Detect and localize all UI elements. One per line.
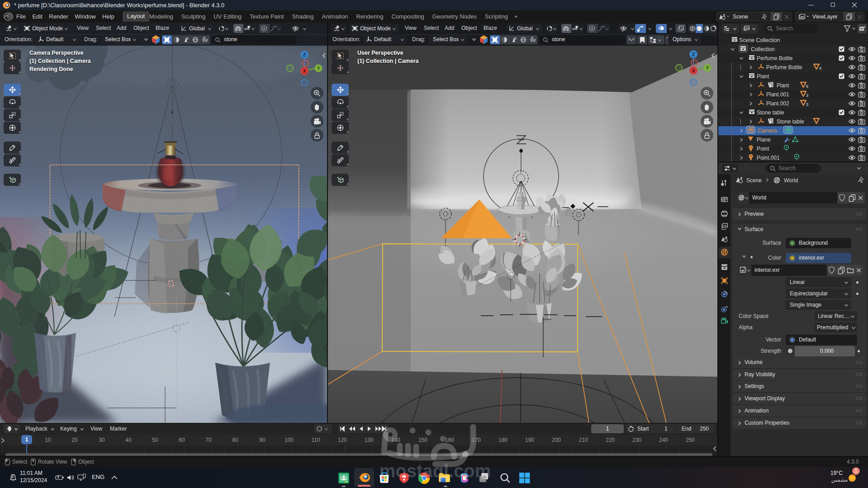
svg-text:Y: Y (317, 66, 320, 71)
svg-text:X: X (692, 68, 695, 73)
svg-text:Z: Z (303, 52, 306, 57)
svg-text:Y: Y (706, 66, 709, 71)
svg-text:Z: Z (692, 52, 695, 57)
svg-text:X: X (303, 69, 306, 74)
